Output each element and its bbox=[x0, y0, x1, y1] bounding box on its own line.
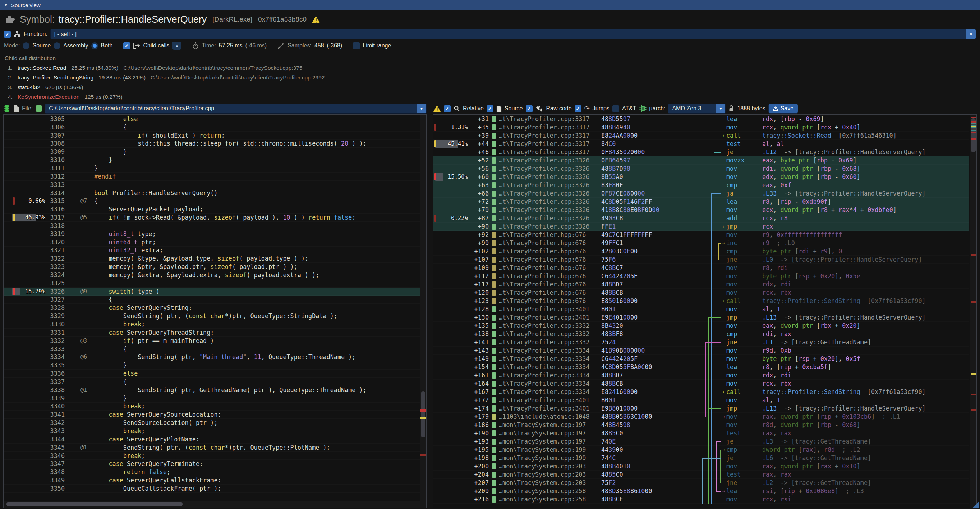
source-line-row[interactable]: 3336 else bbox=[3, 369, 420, 378]
asm-instruction-row[interactable]: 0.22%+87…t\TracyProfiler.cpp:33264903C8a… bbox=[433, 214, 969, 223]
source-line-row[interactable]: 3318 bbox=[3, 222, 420, 230]
source-line-row[interactable]: 3327 { bbox=[3, 296, 420, 304]
source-line-row[interactable]: 3335 } bbox=[3, 361, 420, 369]
asm-instruction-row[interactable]: +207…mon\TracySystem.cpp:20375F2jne.L2 -… bbox=[433, 479, 969, 487]
asm-instruction-row[interactable]: +66…t\TracyProfiler.cpp:33260F87CE060000… bbox=[433, 189, 969, 198]
asm-instruction-row[interactable]: +31…t\TracyProfiler.cpp:3317488D5597lear… bbox=[433, 115, 969, 123]
limit-range-checkbox[interactable] bbox=[353, 43, 360, 49]
function-checkbox[interactable] bbox=[4, 31, 11, 38]
asm-instruction-row[interactable]: 1.31%+35…t\TracyProfiler.cpp:3317488B494… bbox=[433, 123, 969, 132]
chevron-down-icon[interactable]: ▼ bbox=[417, 104, 426, 113]
jumps-checkbox[interactable] bbox=[574, 105, 581, 112]
source-horizontal-scrollbar[interactable] bbox=[3, 501, 420, 507]
file-combo[interactable]: C:\Users\wolf\Desktop\darkrl\contrib\tra… bbox=[45, 103, 426, 114]
source-line-row[interactable]: 3310 } bbox=[3, 156, 420, 164]
asm-instruction-row[interactable]: +198…mon\TracySystem.cpp:199744Cje.L6 ->… bbox=[433, 454, 969, 462]
source-line-row[interactable]: 3346 break; bbox=[3, 452, 420, 460]
radio-both[interactable] bbox=[91, 43, 98, 49]
assembly-vertical-scrollbar[interactable] bbox=[970, 115, 977, 507]
source-line-row[interactable]: 15.79%3326@9 switch( type ) bbox=[3, 288, 420, 296]
asm-instruction-row[interactable]: +128…t\TracyProfiler.cpp:3401B001moval, … bbox=[433, 305, 969, 313]
asm-instruction-row[interactable]: +186…mon\TracySystem.cpp:197448B4598movr… bbox=[433, 421, 969, 429]
source-line-row[interactable]: 3333 { bbox=[3, 345, 420, 353]
att-checkbox[interactable] bbox=[612, 105, 619, 112]
source-line-row[interactable]: 3344 case ServerQueryPlotName: bbox=[3, 435, 420, 444]
source-line-row[interactable]: 3328 case ServerQueryString: bbox=[3, 304, 420, 312]
source-line-row[interactable]: 3321 uint32_t extra; bbox=[3, 247, 420, 255]
source-line-row[interactable]: 3340 break; bbox=[3, 402, 420, 411]
asm-instruction-row[interactable]: +209…mon\TracySystem.cpp:258488D35E88610… bbox=[433, 487, 969, 495]
source-checkbox[interactable] bbox=[487, 105, 493, 112]
function-combo[interactable]: [ - self - ] ▼ bbox=[50, 29, 976, 39]
chevron-down-icon[interactable]: ▼ bbox=[716, 104, 725, 113]
asm-instruction-row[interactable]: +63…t\TracyProfiler.cpp:332683F80Fcmpeax… bbox=[433, 181, 969, 189]
asm-instruction-row[interactable]: +52…t\TracyProfiler.cpp:33260FB64597movz… bbox=[433, 156, 969, 165]
source-line-row[interactable]: 3325 bbox=[3, 279, 420, 288]
scrollbar-thumb[interactable] bbox=[421, 391, 425, 437]
source-line-row[interactable]: 3347 case ServerQueryTerminate: bbox=[3, 460, 420, 468]
asm-instruction-row[interactable]: +107…t\TracyProfiler.hpp:67675F6jne.L0 -… bbox=[433, 256, 969, 264]
source-line-row[interactable]: 3319 uint8_t type; bbox=[3, 230, 420, 238]
relative-checkbox[interactable] bbox=[444, 105, 451, 112]
asm-instruction-row[interactable]: +154…t\TracyProfiler.cpp:33344C8D055FBA0… bbox=[433, 363, 969, 371]
source-line-row[interactable]: 3342 SendSourceLocation( ptr ); bbox=[3, 419, 420, 427]
asm-instruction-row[interactable]: +141…t\TracyProfiler.cpp:33327524jne.L1 … bbox=[433, 338, 969, 347]
source-line-row[interactable]: 3331 case ServerQueryThreadString: bbox=[3, 329, 420, 337]
asm-instruction-row[interactable]: +79…t\TracyProfiler.cpp:3326418B8C80E0BF… bbox=[433, 206, 969, 214]
source-line-row[interactable]: 3323 memcpy( &ptr, &payload.ptr, sizeof(… bbox=[3, 263, 420, 271]
source-line-row[interactable]: 3311} bbox=[3, 164, 420, 173]
source-line-row[interactable]: 3312#endif bbox=[3, 173, 420, 181]
title-bar[interactable]: ▼ Source view bbox=[0, 0, 980, 10]
asm-instruction-row[interactable]: +138…t\TracyProfiler.cpp:3332483BF8cmprd… bbox=[433, 330, 969, 338]
source-line-row[interactable]: 3337 { bbox=[3, 378, 420, 386]
collapse-icon[interactable]: ▼ bbox=[4, 3, 8, 7]
source-vertical-scrollbar[interactable] bbox=[420, 115, 426, 507]
asm-instruction-row[interactable]: +193…mon\TracySystem.cpp:197740Eje.L3 ->… bbox=[433, 437, 969, 446]
asm-instruction-row[interactable]: 15.50%+60…t\TracyProfiler.cpp:33268B55A0… bbox=[433, 173, 969, 181]
asm-instruction-row[interactable]: +72…t\TracyProfiler.cpp:33264C8D05F146F2… bbox=[433, 198, 969, 206]
asm-instruction-row[interactable]: +149…t\TracyProfiler.cpp:3334C64424205Fm… bbox=[433, 355, 969, 363]
source-line-row[interactable]: 3305 else bbox=[3, 115, 420, 123]
source-line-row[interactable]: 3308 std::this_thread::sleep_for( std::c… bbox=[3, 140, 420, 148]
asm-instruction-row[interactable]: +161…t\TracyProfiler.cpp:3334488BD7movrd… bbox=[433, 371, 969, 380]
source-line-row[interactable]: 3309 } bbox=[3, 148, 420, 156]
source-line-row[interactable]: 3341 case ServerQuerySourceLocation: bbox=[3, 410, 420, 419]
source-line-row[interactable]: 3316 ServerQueryPacket payload; bbox=[3, 205, 420, 213]
raw-code-checkbox[interactable] bbox=[526, 105, 533, 112]
source-line-row[interactable]: 46.93%3317@5 if( !m_sock->Read( &payload… bbox=[3, 213, 420, 222]
asm-instruction-row[interactable]: +117…t\TracyProfiler.hpp:676488BD7movrdx… bbox=[433, 280, 969, 289]
scrollbar-thumb[interactable] bbox=[6, 502, 183, 506]
source-line-row[interactable]: 3324 memcpy( &extra, &payload.extra, siz… bbox=[3, 271, 420, 279]
source-line-row[interactable]: 3338@1 SendString( ptr, GetThreadName( p… bbox=[3, 386, 420, 394]
asm-instruction-row[interactable]: +164…t\TracyProfiler.cpp:3334488BCBmovrc… bbox=[433, 380, 969, 388]
asm-instruction-row[interactable]: +46…t\TracyProfiler.cpp:33170F8435020000… bbox=[433, 148, 969, 156]
source-line-row[interactable]: 3329 SendString( ptr, (const char*)ptr, … bbox=[3, 312, 420, 320]
source-line-row[interactable]: 3306 { bbox=[3, 123, 420, 132]
source-line-row[interactable]: 0.66%3315@7{ bbox=[3, 197, 420, 205]
source-line-row[interactable]: 3313 bbox=[3, 181, 420, 189]
child-call-row[interactable]: 2.tracy::Profiler::SendLongString19.88 m… bbox=[5, 73, 975, 82]
source-line-row[interactable]: 3314bool Profiler::HandleServerQuery() bbox=[3, 189, 420, 197]
source-line-row[interactable]: 3332@3 if( ptr == m_mainThread ) bbox=[3, 337, 420, 345]
source-line-row[interactable]: 3339 } bbox=[3, 394, 420, 402]
asm-instruction-row[interactable]: +195…mon\TracySystem.cpp:199443900→cmpdw… bbox=[433, 446, 969, 454]
source-line-row[interactable]: 3343 break; bbox=[3, 427, 420, 435]
asm-instruction-row[interactable]: +172…t\TracyProfiler.cpp:3401B001moval, … bbox=[433, 396, 969, 404]
asm-instruction-row[interactable]: +204…mon\TracySystem.cpp:2034885C0testra… bbox=[433, 471, 969, 479]
asm-instruction-row[interactable]: +123…t\TracyProfiler.hpp:676E850160000‹c… bbox=[433, 297, 969, 305]
collapse-child-calls-button[interactable]: ▲ bbox=[172, 42, 181, 49]
source-line-row[interactable]: 3320 uint64_t ptr; bbox=[3, 238, 420, 247]
source-line-row[interactable]: 3345@1 SendString( ptr, (const char*)ptr… bbox=[3, 444, 420, 452]
source-line-row[interactable]: 3330 break; bbox=[3, 320, 420, 329]
asm-instruction-row[interactable]: +143…t\TracyProfiler.cpp:333441B90B00000… bbox=[433, 347, 969, 355]
source-line-row[interactable]: 3348 return false; bbox=[3, 468, 420, 476]
asm-instruction-row[interactable]: +216…mon\TracySystem.cpp:258488BCEmovrcx… bbox=[433, 495, 969, 504]
asm-instruction-row[interactable]: +56…t\TracyProfiler.cpp:3326488B7D98movr… bbox=[433, 165, 969, 173]
source-line-row[interactable]: 3350 QueueCallstackFrame( ptr ); bbox=[3, 485, 420, 493]
child-calls-checkbox[interactable] bbox=[123, 43, 130, 49]
child-call-row[interactable]: 1.tracy::Socket::Read25.25 ms (54.89%)C:… bbox=[5, 63, 975, 73]
asm-instruction-row[interactable]: +190…mon\TracySystem.cpp:1974885C0testra… bbox=[433, 429, 969, 437]
source-line-row[interactable]: 3334@6 SendString( ptr, "Main thread", 1… bbox=[3, 353, 420, 361]
child-call-row[interactable]: 4.KeSynchronizeExecution125 µs (0.27%) bbox=[5, 92, 975, 102]
asm-instruction-row[interactable]: +167…t\TracyProfiler.cpp:3334E824160000‹… bbox=[433, 388, 969, 396]
